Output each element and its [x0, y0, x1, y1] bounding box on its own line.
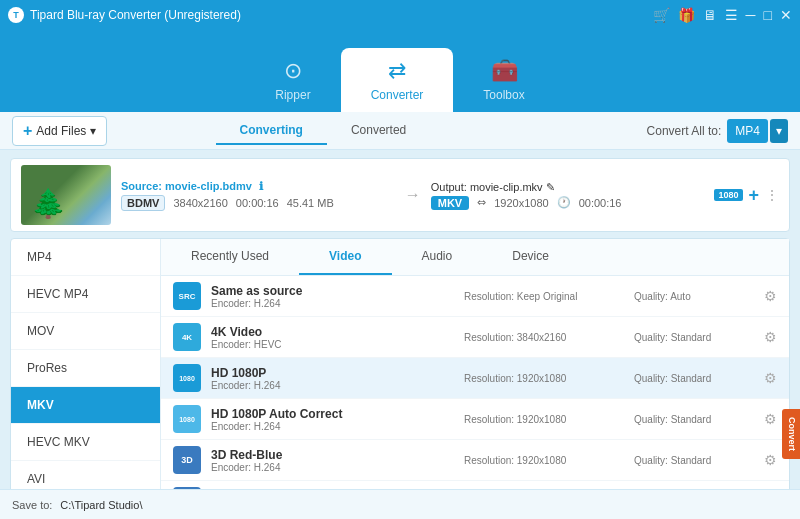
file-output: Output: movie-clip.mkv ✎ MKV ⇔ 1920x1080… [431, 181, 705, 210]
format-tabs: Recently Used Video Audio Device [161, 239, 789, 276]
convert-all-format[interactable]: MP4 [727, 119, 768, 143]
format-name-4k: 4K Video [211, 325, 454, 339]
format-row-info-1080p: HD 1080P Encoder: H.264 [211, 366, 454, 391]
format-gear-same-as-source[interactable]: ⚙ [764, 288, 777, 304]
options-button[interactable]: ⋮ [765, 187, 779, 203]
file-thumbnail: 🌲 [21, 165, 111, 225]
format-tab-video[interactable]: Video [299, 239, 391, 275]
toolbar: + Add Files ▾ Converting Converted Conve… [0, 112, 800, 150]
format-icon-4k: 4K [173, 323, 201, 351]
format-row-4k[interactable]: 4K 4K Video Encoder: HEVC Resolution: 38… [161, 317, 789, 358]
cart-icon[interactable]: 🛒 [653, 7, 670, 23]
output-label: Output: [431, 181, 467, 193]
format-tab-audio[interactable]: Audio [392, 239, 483, 275]
file-source: Source: movie-clip.bdmv ℹ [121, 180, 395, 193]
convert-all-label: Convert All to: [647, 124, 722, 138]
format-left-mp4[interactable]: MP4 [11, 239, 160, 276]
output-name-row: Output: movie-clip.mkv ✎ [431, 181, 705, 194]
format-qual-same-as-source: Quality: Auto [634, 291, 754, 302]
format-qual-3d-red-blue: Quality: Standard [634, 455, 754, 466]
toolbox-icon: 🧰 [491, 58, 518, 84]
tab-group: Converting Converted [216, 117, 431, 145]
format-left-list: MP4 HEVC MP4 MOV ProRes MKV HEVC MKV AVI… [11, 239, 161, 519]
screen-icon[interactable]: 🖥 [703, 7, 717, 23]
format-row-info-4k: 4K Video Encoder: HEVC [211, 325, 454, 350]
tab-converting[interactable]: Converting [216, 117, 327, 145]
convert-all-dropdown[interactable]: ▾ [770, 119, 788, 143]
file-actions: 1080 + ⋮ [714, 185, 779, 206]
file-item: 🌲 Source: movie-clip.bdmv ℹ BDMV 3840x21… [10, 158, 790, 232]
output-format-badge: MKV [431, 196, 469, 210]
format-enc-1080p-auto: Encoder: H.264 [211, 421, 454, 432]
format-gear-1080p-auto[interactable]: ⚙ [764, 411, 777, 427]
format-row-1080p[interactable]: 1080 HD 1080P Encoder: H.264 Resolution:… [161, 358, 789, 399]
format-name-1080p: HD 1080P [211, 366, 454, 380]
nav-converter-label: Converter [371, 88, 424, 102]
format-row-info-3d-red-blue: 3D Red-Blue Encoder: H.264 [211, 448, 454, 473]
format-icon-3d-red-blue: 3D [173, 446, 201, 474]
format-qual-1080p-auto: Quality: Standard [634, 414, 754, 425]
source-label: Source: [121, 180, 162, 192]
format-res-3d-red-blue: Resolution: 1920x1080 [464, 455, 624, 466]
title-bar-left: T Tipard Blu-ray Converter (Unregistered… [8, 7, 241, 23]
format-tab-device[interactable]: Device [482, 239, 579, 275]
format-left-mov[interactable]: MOV [11, 313, 160, 350]
nav-item-ripper[interactable]: ⊙ Ripper [245, 48, 340, 112]
format-enc-1080p: Encoder: H.264 [211, 380, 454, 391]
format-gear-4k[interactable]: ⚙ [764, 329, 777, 345]
nav-item-converter[interactable]: ⇄ Converter [341, 48, 454, 112]
format-tab-recently-used[interactable]: Recently Used [161, 239, 299, 275]
bottom-bar: Save to: C:\Tipard Studio\ [0, 489, 800, 519]
save-path: C:\Tipard Studio\ [60, 499, 142, 511]
app-logo: T [8, 7, 24, 23]
format-row-info-1080p-auto: HD 1080P Auto Correct Encoder: H.264 [211, 407, 454, 432]
format-res-same-as-source: Resolution: Keep Original [464, 291, 624, 302]
format-res-1080p: Resolution: 1920x1080 [464, 373, 624, 384]
format-left-hevc-mp4[interactable]: HEVC MP4 [11, 276, 160, 313]
format-left-mkv[interactable]: MKV [11, 387, 160, 424]
input-format-badge: BDMV [121, 195, 165, 211]
tab-converted[interactable]: Converted [327, 117, 430, 145]
format-name-same-as-source: Same as source [211, 284, 454, 298]
format-res-4k: Resolution: 3840x2160 [464, 332, 624, 343]
content-area: 🌲 Source: movie-clip.bdmv ℹ BDMV 3840x21… [0, 150, 800, 519]
title-bar-controls[interactable]: 🛒 🎁 🖥 ☰ ─ □ ✕ [653, 7, 792, 23]
input-size: 45.41 MB [287, 197, 334, 209]
maximize-btn[interactable]: □ [764, 7, 772, 23]
gift-icon[interactable]: 🎁 [678, 7, 695, 23]
format-res-1080p-auto: Resolution: 1920x1080 [464, 414, 624, 425]
format-row-same-as-source[interactable]: SRC Same as source Encoder: H.264 Resolu… [161, 276, 789, 317]
format-icon-1080p: 1080 [173, 364, 201, 392]
format-right: Recently Used Video Audio Device SRC Sam… [161, 239, 789, 519]
format-left-hevc-mkv[interactable]: HEVC MKV [11, 424, 160, 461]
input-duration: 00:00:16 [236, 197, 279, 209]
format-left-prores[interactable]: ProRes [11, 350, 160, 387]
format-row-info-same-as-source: Same as source Encoder: H.264 [211, 284, 454, 309]
add-plus-icon: + [23, 122, 32, 140]
format-list: SRC Same as source Encoder: H.264 Resolu… [161, 276, 789, 519]
format-row-3d-red-blue[interactable]: 3D 3D Red-Blue Encoder: H.264 Resolution… [161, 440, 789, 481]
format-gear-3d-red-blue[interactable]: ⚙ [764, 452, 777, 468]
converter-icon: ⇄ [388, 58, 406, 84]
convert-arrow: → [405, 186, 421, 204]
format-row-1080p-auto[interactable]: 1080 HD 1080P Auto Correct Encoder: H.26… [161, 399, 789, 440]
format-enc-same-as-source: Encoder: H.264 [211, 298, 454, 309]
output-filename: movie-clip.mkv [470, 181, 543, 193]
format-icon-same-as-source: SRC [173, 282, 201, 310]
add-files-button[interactable]: + Add Files ▾ [12, 116, 107, 146]
menu-icon[interactable]: ☰ [725, 7, 738, 23]
close-btn[interactable]: ✕ [780, 7, 792, 23]
add-output-button[interactable]: + [749, 185, 760, 206]
format-enc-4k: Encoder: HEVC [211, 339, 454, 350]
nav-ripper-label: Ripper [275, 88, 310, 102]
nav-toolbox-label: Toolbox [483, 88, 524, 102]
convert-side-button[interactable]: Convert [782, 409, 800, 459]
format-qual-1080p: Quality: Standard [634, 373, 754, 384]
output-edit-icon[interactable]: ✎ [546, 181, 555, 193]
format-gear-1080p[interactable]: ⚙ [764, 370, 777, 386]
nav-item-toolbox[interactable]: 🧰 Toolbox [453, 48, 554, 112]
minimize-btn[interactable]: ─ [746, 7, 756, 23]
resize-icon: ⇔ [477, 196, 486, 209]
output-resolution: 1920x1080 [494, 197, 548, 209]
format-icon-1080p-auto: 1080 [173, 405, 201, 433]
